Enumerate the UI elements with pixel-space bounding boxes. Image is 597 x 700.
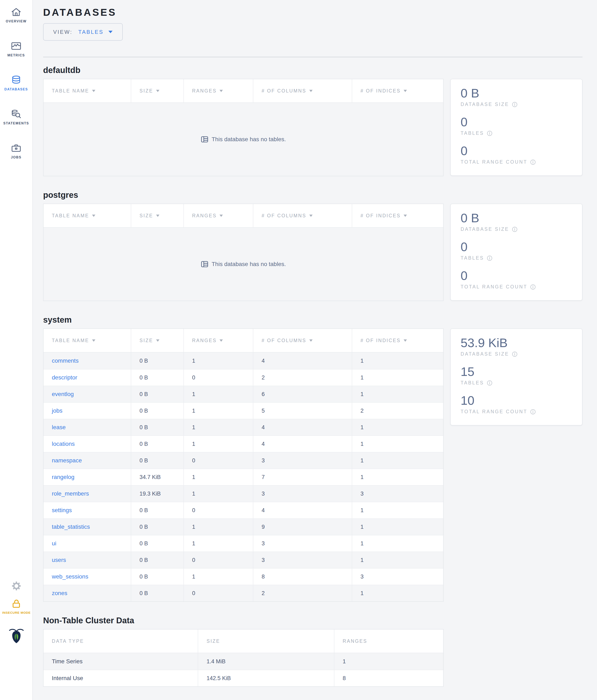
view-selector-dropdown[interactable]: VIEW: TABLES bbox=[43, 23, 123, 41]
sidebar-item-databases[interactable]: DATABASES bbox=[0, 75, 32, 91]
sidebar-item-metrics[interactable]: METRICS bbox=[0, 41, 32, 57]
column-header-table-name[interactable]: TABLE NAME bbox=[44, 79, 131, 102]
table-link[interactable]: lease bbox=[52, 424, 66, 431]
table-cell: 3 bbox=[253, 452, 352, 469]
info-icon[interactable] bbox=[487, 131, 492, 136]
sort-arrow-icon bbox=[219, 215, 223, 217]
column-header-label: SIZE bbox=[206, 639, 220, 644]
column-header-ranges[interactable]: RANGES bbox=[184, 329, 253, 352]
database-section-defaultdb: defaultdbTABLE NAMESIZERANGES# OF COLUMN… bbox=[43, 65, 582, 176]
sidebar-item-label: DATABASES bbox=[4, 88, 28, 91]
table-link[interactable]: namespace bbox=[52, 457, 82, 464]
table-link[interactable]: table_statistics bbox=[52, 524, 90, 530]
info-icon[interactable] bbox=[530, 284, 536, 290]
table-cell: 4 bbox=[253, 352, 352, 369]
table-cell: 0 B bbox=[131, 452, 184, 469]
table-cell: 0 bbox=[184, 552, 253, 568]
table-link[interactable]: locations bbox=[52, 441, 75, 447]
table-cell: 0 B bbox=[131, 502, 184, 518]
empty-state: This database has no tables. bbox=[201, 135, 286, 143]
column-header-size[interactable]: SIZE bbox=[131, 79, 184, 102]
database-section-body: TABLE NAMESIZERANGES# OF COLUMNS# OF IND… bbox=[43, 204, 582, 301]
table-cell: 0 B bbox=[131, 436, 184, 452]
database-stats-card: 0 BDATABASE SIZE0TABLES0TOTAL RANGE COUN… bbox=[450, 79, 582, 176]
column-header-table-name[interactable]: TABLE NAME bbox=[44, 204, 131, 227]
table-cell: 1 bbox=[352, 552, 443, 568]
column-header-label: TABLE NAME bbox=[52, 213, 89, 219]
stat-block: 0TOTAL RANGE COUNT bbox=[461, 144, 572, 165]
column-header--of-columns[interactable]: # OF COLUMNS bbox=[253, 204, 352, 227]
table-name-cell: eventlog bbox=[44, 386, 131, 402]
column-header-size[interactable]: SIZE bbox=[131, 204, 184, 227]
unlock-icon bbox=[11, 599, 22, 609]
table-link[interactable]: rangelog bbox=[52, 474, 74, 480]
table-cell: 1 bbox=[352, 352, 443, 369]
column-header-ranges[interactable]: RANGES bbox=[184, 204, 253, 227]
insecure-mode-indicator[interactable]: INSECURE MODE bbox=[2, 599, 30, 615]
caret-down-icon bbox=[108, 31, 112, 33]
column-header--of-indices[interactable]: # OF INDICES bbox=[352, 204, 443, 227]
table-cell: 4 bbox=[253, 419, 352, 435]
table-link[interactable]: settings bbox=[52, 507, 72, 514]
sidebar-item-label: OVERVIEW bbox=[6, 20, 27, 23]
info-icon[interactable] bbox=[530, 159, 536, 165]
sidebar-item-overview[interactable]: OVERVIEW bbox=[0, 7, 32, 23]
gear-icon[interactable] bbox=[12, 581, 21, 591]
sort-arrow-icon bbox=[309, 340, 313, 342]
column-header-data-type: DATA TYPE bbox=[44, 629, 198, 653]
column-header-label: # OF COLUMNS bbox=[262, 213, 306, 219]
table-link[interactable]: web_sessions bbox=[52, 573, 88, 580]
database-name: defaultdb bbox=[43, 65, 582, 75]
table-name-cell: settings bbox=[44, 502, 131, 518]
sidebar-item-jobs[interactable]: JOBS bbox=[0, 143, 32, 159]
database-section-system: systemTABLE NAMESIZERANGES# OF COLUMNS# … bbox=[43, 314, 582, 602]
table-link[interactable]: role_members bbox=[52, 491, 89, 497]
jobs-icon bbox=[11, 143, 22, 153]
table-cell: 0 bbox=[184, 585, 253, 601]
column-header--of-columns[interactable]: # OF COLUMNS bbox=[253, 79, 352, 102]
column-header--of-indices[interactable]: # OF INDICES bbox=[352, 329, 443, 352]
column-header-label: RANGES bbox=[343, 639, 367, 644]
table-link[interactable]: ui bbox=[52, 540, 56, 547]
table-cell: 8 bbox=[334, 670, 443, 686]
column-header-table-name[interactable]: TABLE NAME bbox=[44, 329, 131, 352]
column-header--of-indices[interactable]: # OF INDICES bbox=[352, 79, 443, 102]
stat-value: 53.9 KiB bbox=[461, 335, 572, 350]
tables-table: TABLE NAMESIZERANGES# OF COLUMNS# OF IND… bbox=[43, 79, 444, 176]
info-icon[interactable] bbox=[512, 227, 517, 232]
table-row: table_statistics0 B191 bbox=[44, 518, 443, 535]
home-icon bbox=[11, 7, 22, 18]
info-icon[interactable] bbox=[487, 255, 492, 261]
info-icon[interactable] bbox=[512, 102, 517, 107]
table-cell: 2 bbox=[253, 370, 352, 386]
table-cell: 1 bbox=[184, 569, 253, 585]
column-header-label: RANGES bbox=[192, 338, 217, 343]
sort-arrow-icon bbox=[156, 340, 159, 342]
table-link[interactable]: comments bbox=[52, 357, 79, 364]
table-cell: 1 bbox=[352, 519, 443, 535]
table-cell: 1 bbox=[352, 370, 443, 386]
table-row: locations0 B141 bbox=[44, 435, 443, 452]
table-cell: 2 bbox=[253, 585, 352, 601]
table-cell: 1 bbox=[352, 469, 443, 485]
info-icon[interactable] bbox=[530, 409, 536, 415]
table-row: role_members19.3 KiB133 bbox=[44, 485, 443, 502]
info-icon[interactable] bbox=[487, 380, 492, 386]
table-link[interactable]: users bbox=[52, 557, 66, 564]
column-header-ranges[interactable]: RANGES bbox=[184, 79, 253, 102]
table-link[interactable]: zones bbox=[52, 590, 68, 597]
stat-label-text: TOTAL RANGE COUNT bbox=[461, 409, 527, 415]
table-cell: 0 bbox=[184, 452, 253, 469]
table-link[interactable]: jobs bbox=[52, 407, 62, 414]
column-header-size[interactable]: SIZE bbox=[131, 329, 184, 352]
table-cell: 1 bbox=[352, 436, 443, 452]
stat-label: DATABASE SIZE bbox=[461, 351, 572, 357]
column-header-label: DATA TYPE bbox=[52, 639, 84, 644]
table-row: Internal Use142.5 KiB8 bbox=[44, 670, 443, 686]
table-cell: 4 bbox=[253, 436, 352, 452]
table-link[interactable]: descriptor bbox=[52, 374, 77, 381]
table-link[interactable]: eventlog bbox=[52, 391, 74, 398]
column-header--of-columns[interactable]: # OF COLUMNS bbox=[253, 329, 352, 352]
sidebar-item-statements[interactable]: STATEMENTS bbox=[0, 109, 32, 125]
info-icon[interactable] bbox=[512, 351, 517, 357]
